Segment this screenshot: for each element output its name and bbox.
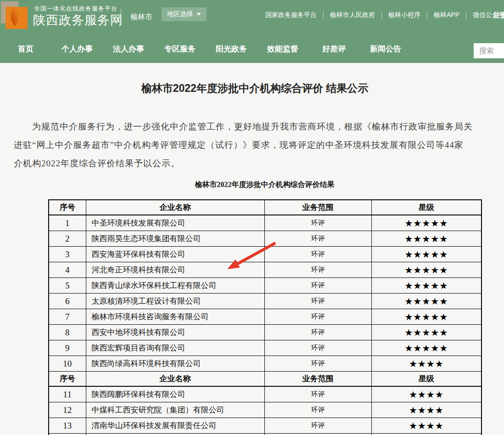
eval-table-body: 序号企业名称业务范围星级1中圣环境科技发展有限公司环评★★★★★2陕西雨昊生态环…: [49, 200, 482, 435]
business-scope-cell: 环评: [264, 402, 371, 418]
site-header: 全国一体化在线政务服务平台 陕西政务服务网 榆林市 地区选择 国家政务服务平台榆…: [0, 0, 504, 63]
paragraph-line: 进驻“网上中介服务超市”中介机构考评管理规定（试行）》要求，现将评定的中圣环境科…: [14, 136, 504, 154]
row-number-cell: 4: [49, 262, 86, 278]
company-name-cell: 中煤科工西安研究院（集团）有限公司: [86, 402, 264, 418]
company-name-cell: 陕西青山绿水环保科技工程有限公司: [86, 278, 264, 294]
company-name-cell: 西安中地环境科技有限公司: [86, 325, 264, 340]
empty-cell: [264, 434, 371, 435]
star-rating-cell: ★★★★★: [371, 294, 482, 309]
page: { "brand": { "platform_label": "全国一体化在线政…: [0, 0, 504, 435]
column-header: 企业名称: [86, 200, 264, 215]
nav-item[interactable]: 效能监督: [257, 44, 308, 54]
table-row: [49, 434, 482, 435]
table-row: 3西安海蓝环保科技有限公司环评★★★★★: [49, 247, 482, 262]
empty-cell: [371, 434, 482, 435]
company-name-cell: 渭南华山环保科技发展有限责任公司: [86, 418, 264, 434]
top-link[interactable]: 国家政务服务平台: [265, 11, 317, 19]
top-link[interactable]: 榆林APP: [434, 11, 459, 19]
table-row: 6太原核清环境工程设计有限公司环评★★★★★: [49, 294, 482, 309]
table-row: 8西安中地环境科技有限公司环评★★★★★: [49, 325, 482, 340]
row-number-cell: 2: [49, 231, 86, 247]
caret-down-icon: [196, 13, 201, 16]
table-row: 2陕西雨昊生态环境集团有限公司环评★★★★★: [49, 231, 482, 247]
star-rating-cell: ★★★★★: [371, 340, 482, 356]
table-row: 11陕西阔鹏环保科技有限公司环评★★★★: [49, 386, 482, 402]
top-link[interactable]: 榆林小程序: [388, 11, 420, 19]
business-scope-cell: 环评: [264, 278, 371, 294]
column-header: 业务范围: [264, 372, 371, 387]
nav-item[interactable]: 法人办事: [103, 44, 154, 54]
region-selector-label: 地区选择: [167, 10, 193, 18]
business-scope-cell: 环评: [264, 215, 371, 231]
business-scope-cell: 环评: [264, 309, 371, 325]
business-scope-cell: 环评: [264, 325, 371, 340]
company-name-cell: 太原核清环境工程设计有限公司: [86, 294, 264, 309]
star-rating-cell: ★★★★: [371, 356, 482, 372]
top-link-separator: [427, 11, 427, 19]
table-row: 7榆林市环境科技咨询服务有限公司环评★★★★★: [49, 309, 482, 325]
table-caption: 榆林市2022年度涉批中介机构综合评价结果: [48, 180, 481, 190]
top-link-separator: [381, 11, 382, 19]
row-number-cell: 7: [49, 309, 86, 325]
star-rating-cell: ★★★★: [371, 386, 482, 402]
row-number-cell: 1: [49, 215, 86, 231]
paragraph-line: 为规范中介服务行为，进一步强化中介监管工作，更好地提升我市营商环境，根据《榆林市…: [14, 118, 504, 136]
empty-cell: [86, 434, 264, 435]
table-row: 9陕西宏辉项目咨询有限公司环评★★★★★: [49, 340, 482, 356]
star-rating-cell: ★★★★★: [371, 309, 482, 325]
row-number-cell: 6: [49, 294, 86, 309]
site-logo: [1, 1, 28, 29]
nav-item[interactable]: 专区服务: [154, 44, 206, 54]
row-number-cell: 10: [49, 356, 86, 372]
top-link[interactable]: 榆林市人民政府: [330, 11, 375, 19]
company-name-cell: 河北奇正环境科技有限公司: [86, 262, 264, 278]
header-divider: [121, 9, 121, 25]
column-header: 序号: [49, 372, 86, 387]
nav-item[interactable]: 好差评: [308, 44, 360, 54]
announcement-page: 榆林市2022年度涉批中介机构综合评价 结果公示 为规范中介服务行为，进一步强化…: [0, 81, 504, 435]
column-header: 星级: [371, 200, 482, 215]
table-row: 4河北奇正环境科技有限公司环评★★★★★: [49, 262, 482, 278]
star-rating-cell: ★★★★★: [371, 262, 482, 278]
search-input[interactable]: [474, 43, 504, 58]
table-row: 12中煤科工西安研究院（集团）有限公司环评★★★★: [49, 402, 482, 418]
nav-item[interactable]: 首页: [0, 44, 51, 54]
announcement-paragraph: 为规范中介服务行为，进一步强化中介监管工作，更好地提升我市营商环境，根据《榆林市…: [0, 118, 504, 173]
top-links: 国家政务服务平台榆林市人民政府榆林小程序榆林APP微信公众号: [265, 11, 504, 19]
site-name: 陕西政务服务网: [33, 12, 123, 28]
nav-item[interactable]: 新闻公告: [360, 44, 411, 54]
top-link-separator: [466, 11, 466, 19]
column-header: 业务范围: [264, 200, 371, 215]
star-rating-cell: ★★★★★: [371, 215, 482, 231]
nav-item[interactable]: 个人办事: [51, 44, 103, 54]
column-header: 企业名称: [86, 372, 264, 387]
company-name-cell: 陕西阔鹏环保科技有限公司: [86, 386, 264, 402]
column-header: 序号: [49, 200, 86, 215]
business-scope-cell: 环评: [264, 418, 371, 434]
business-scope-cell: 环评: [264, 340, 371, 356]
column-header: 星级: [371, 372, 482, 387]
company-name-cell: 中圣环境科技发展有限公司: [86, 215, 264, 231]
business-scope-cell: 环评: [264, 262, 371, 278]
paragraph-line: 介机构2022年度综合评价结果予以公示。: [14, 154, 504, 173]
table-header-row: 序号企业名称业务范围星级: [49, 372, 482, 387]
star-rating-cell: ★★★★: [371, 402, 482, 418]
nav-item[interactable]: 阳光政务: [206, 44, 257, 54]
company-name-cell: 陕西宏辉项目咨询有限公司: [86, 340, 264, 356]
company-name-cell: 西安海蓝环保科技有限公司: [86, 247, 264, 262]
table-row: 5陕西青山绿水环保科技工程有限公司环评★★★★★: [49, 278, 482, 294]
star-rating-cell: ★★★★★: [371, 231, 482, 247]
company-name-cell: 陕西尚绿高科环境科技有限公司: [86, 356, 264, 372]
region-selector-button[interactable]: 地区选择: [162, 7, 207, 21]
evaluation-table: 序号企业名称业务范围星级1中圣环境科技发展有限公司环评★★★★★2陕西雨昊生态环…: [48, 199, 482, 435]
business-scope-cell: 环评: [264, 356, 371, 372]
star-rating-cell: ★★★★: [371, 418, 482, 434]
table-row: 1中圣环境科技发展有限公司环评★★★★★: [49, 215, 482, 231]
main-nav: 首页个人办事法人办事专区服务阳光政务效能监督好差评新闻公告: [0, 34, 504, 63]
register-link[interactable]: 注册: [493, 11, 504, 20]
table-row: 10陕西尚绿高科环境科技有限公司环评★★★★: [49, 356, 482, 372]
star-rating-cell: ★★★★★: [371, 325, 482, 340]
company-name-cell: 榆林市环境科技咨询服务有限公司: [86, 309, 264, 325]
header-top-bar: 全国一体化在线政务服务平台 陕西政务服务网 榆林市 地区选择 国家政务服务平台榆…: [0, 0, 504, 34]
row-number-cell: 12: [49, 402, 86, 418]
